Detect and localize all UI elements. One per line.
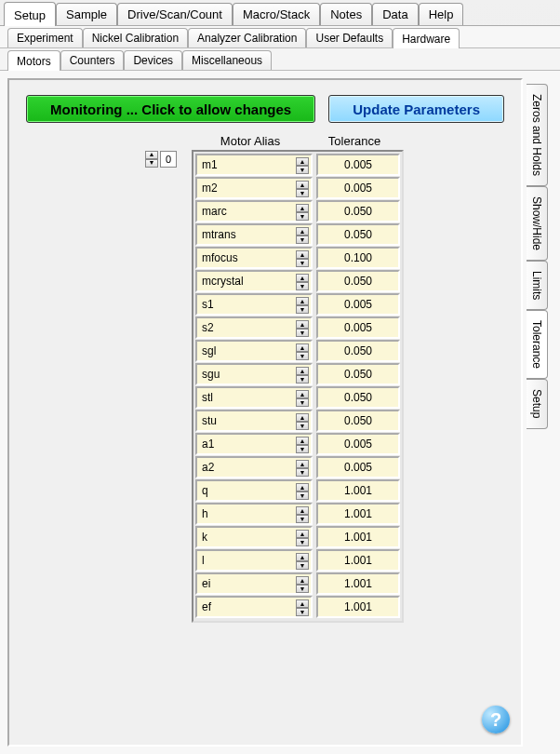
alias-stepper[interactable]: ▲▼	[296, 483, 309, 498]
alias-cell[interactable]: mcrystal▲▼	[195, 270, 313, 292]
step-up-icon[interactable]: ▲	[296, 204, 309, 212]
tolerance-cell[interactable]: 0.005	[316, 456, 400, 478]
alias-stepper[interactable]: ▲▼	[296, 204, 309, 219]
alias-stepper[interactable]: ▲▼	[296, 530, 309, 545]
spinner-value[interactable]: 0	[160, 151, 177, 168]
tolerance-cell[interactable]: 0.005	[316, 293, 400, 316]
spinner-up-icon[interactable]: ▲	[145, 151, 158, 159]
tolerance-cell[interactable]: 1.001	[316, 503, 400, 525]
step-down-icon[interactable]: ▼	[296, 491, 309, 500]
alias-stepper[interactable]: ▲▼	[296, 181, 309, 195]
tab-motors[interactable]: Motors	[7, 50, 60, 71]
alias-stepper[interactable]: ▲▼	[296, 343, 309, 358]
alias-stepper[interactable]: ▲▼	[296, 274, 309, 289]
tab-help[interactable]: Help	[419, 3, 464, 25]
step-down-icon[interactable]: ▼	[296, 212, 309, 221]
step-up-icon[interactable]: ▲	[296, 553, 309, 561]
row-index-spinner[interactable]: ▲ ▼ 0	[145, 151, 177, 168]
alias-stepper[interactable]: ▲▼	[296, 250, 309, 265]
alias-stepper[interactable]: ▲▼	[296, 367, 309, 382]
tolerance-cell[interactable]: 1.001	[316, 572, 400, 595]
alias-stepper[interactable]: ▲▼	[296, 599, 309, 614]
step-up-icon[interactable]: ▲	[296, 367, 309, 375]
step-up-icon[interactable]: ▲	[296, 413, 309, 422]
tab-experiment[interactable]: Experiment	[7, 28, 83, 47]
alias-stepper[interactable]: ▲▼	[296, 553, 309, 568]
alias-cell[interactable]: a1▲▼	[195, 433, 313, 455]
tolerance-cell[interactable]: 0.005	[316, 177, 400, 199]
tab-setup[interactable]: Setup	[4, 2, 56, 26]
step-down-icon[interactable]: ▼	[296, 329, 309, 337]
alias-cell[interactable]: s1▲▼	[195, 293, 313, 316]
step-down-icon[interactable]: ▼	[296, 515, 309, 523]
alias-cell[interactable]: sgu▲▼	[195, 363, 313, 385]
update-parameters-button[interactable]: Update Parameters	[328, 95, 504, 123]
step-down-icon[interactable]: ▼	[296, 189, 309, 197]
step-up-icon[interactable]: ▲	[296, 437, 309, 445]
tolerance-cell[interactable]: 1.001	[316, 479, 400, 502]
alias-cell[interactable]: q▲▼	[195, 479, 313, 502]
alias-stepper[interactable]: ▲▼	[296, 413, 309, 428]
step-up-icon[interactable]: ▲	[296, 390, 309, 398]
alias-stepper[interactable]: ▲▼	[296, 297, 309, 312]
step-down-icon[interactable]: ▼	[296, 259, 309, 267]
alias-cell[interactable]: m2▲▼	[195, 177, 313, 199]
tab-user-defaults[interactable]: User Defaults	[306, 28, 393, 47]
tolerance-cell[interactable]: 0.050	[316, 363, 400, 385]
side-tab-tolerance[interactable]: Tolerance	[527, 310, 548, 379]
step-up-icon[interactable]: ▲	[296, 274, 309, 282]
step-down-icon[interactable]: ▼	[296, 468, 309, 477]
alias-cell[interactable]: sgl▲▼	[195, 340, 313, 362]
tolerance-cell[interactable]: 0.050	[316, 200, 400, 222]
alias-cell[interactable]: ei▲▼	[195, 572, 313, 595]
step-down-icon[interactable]: ▼	[296, 166, 309, 174]
alias-cell[interactable]: k▲▼	[195, 526, 313, 548]
alias-cell[interactable]: h▲▼	[195, 503, 313, 525]
step-up-icon[interactable]: ▲	[296, 506, 309, 515]
step-up-icon[interactable]: ▲	[296, 343, 309, 352]
step-up-icon[interactable]: ▲	[296, 320, 309, 329]
step-up-icon[interactable]: ▲	[296, 157, 309, 166]
help-icon[interactable]: ?	[482, 706, 510, 734]
tolerance-cell[interactable]: 0.050	[316, 386, 400, 409]
step-down-icon[interactable]: ▼	[296, 608, 309, 616]
alias-cell[interactable]: stu▲▼	[195, 410, 313, 432]
alias-cell[interactable]: m1▲▼	[195, 154, 313, 176]
tab-data[interactable]: Data	[372, 3, 418, 25]
step-down-icon[interactable]: ▼	[296, 375, 309, 384]
spinner-down-icon[interactable]: ▼	[145, 159, 158, 168]
tolerance-cell[interactable]: 0.100	[316, 247, 400, 269]
alias-cell[interactable]: mfocus▲▼	[195, 247, 313, 269]
step-up-icon[interactable]: ▲	[296, 483, 309, 491]
alias-stepper[interactable]: ▲▼	[296, 506, 309, 521]
tab-drive-scan-count[interactable]: Drive/Scan/Count	[117, 3, 233, 25]
tab-devices[interactable]: Devices	[124, 50, 182, 70]
tab-hardware[interactable]: Hardware	[393, 28, 460, 48]
step-up-icon[interactable]: ▲	[296, 460, 309, 468]
tolerance-cell[interactable]: 1.001	[316, 526, 400, 548]
step-down-icon[interactable]: ▼	[296, 282, 309, 290]
step-up-icon[interactable]: ▲	[296, 530, 309, 538]
alias-cell[interactable]: stl▲▼	[195, 386, 313, 409]
tolerance-cell[interactable]: 0.050	[316, 340, 400, 362]
tolerance-cell[interactable]: 0.005	[316, 316, 400, 339]
step-up-icon[interactable]: ▲	[296, 181, 309, 189]
step-down-icon[interactable]: ▼	[296, 236, 309, 244]
step-down-icon[interactable]: ▼	[296, 585, 309, 593]
step-down-icon[interactable]: ▼	[296, 445, 309, 453]
alias-stepper[interactable]: ▲▼	[296, 157, 309, 172]
alias-cell[interactable]: marc▲▼	[195, 200, 313, 222]
tab-counters[interactable]: Counters	[60, 50, 125, 70]
alias-stepper[interactable]: ▲▼	[296, 460, 309, 475]
tab-miscellaneous[interactable]: Miscellaneous	[182, 50, 272, 70]
step-up-icon[interactable]: ▲	[296, 576, 309, 585]
tolerance-cell[interactable]: 0.005	[316, 154, 400, 176]
alias-stepper[interactable]: ▲▼	[296, 437, 309, 451]
step-down-icon[interactable]: ▼	[296, 398, 309, 407]
step-up-icon[interactable]: ▲	[296, 297, 309, 305]
step-down-icon[interactable]: ▼	[296, 561, 309, 570]
alias-stepper[interactable]: ▲▼	[296, 576, 309, 591]
tab-macro-stack[interactable]: Macro/Stack	[233, 3, 320, 25]
alias-stepper[interactable]: ▲▼	[296, 227, 309, 242]
tab-sample[interactable]: Sample	[56, 3, 117, 25]
